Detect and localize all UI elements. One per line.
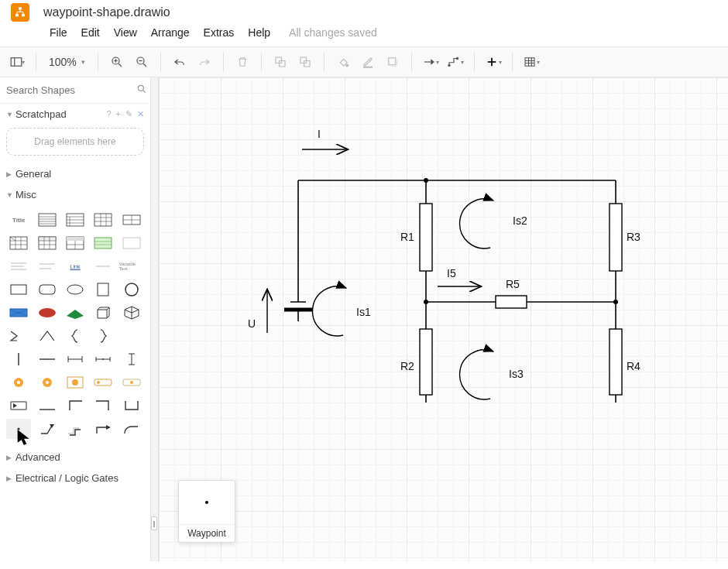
search-input[interactable] [6, 84, 136, 96]
scratchpad-help-icon[interactable]: ? [106, 109, 111, 119]
sidebar-toggle-button[interactable]: ▾ [6, 51, 28, 73]
shape-label-2[interactable] [119, 372, 144, 392]
menu-bar: File Edit View Arrange Extras Help All c… [0, 22, 728, 46]
shape-curve-1[interactable] [119, 419, 144, 439]
label-Is2: Is2 [513, 214, 527, 227]
shape-header-table[interactable] [63, 233, 88, 253]
scratchpad-edit-icon[interactable]: ✎ [125, 109, 132, 119]
scratchpad-close-icon[interactable]: ✕ [137, 109, 144, 119]
svg-rect-13 [279, 61, 285, 67]
shape-bracket-tl[interactable] [63, 396, 88, 416]
chevron-right-icon: ▶ [6, 170, 14, 178]
svg-point-99 [46, 381, 49, 384]
shape-step-2[interactable] [91, 419, 115, 439]
zoom-in-button[interactable] [106, 51, 128, 73]
shape-vline[interactable] [6, 349, 31, 369]
line-color-button[interactable] [357, 51, 379, 73]
table-button[interactable]: ▾ [520, 51, 542, 73]
scratchpad-add-icon[interactable]: + [116, 109, 121, 119]
shape-step-1[interactable] [63, 419, 88, 439]
shape-dim-2[interactable] [91, 349, 115, 369]
shape-text-2[interactable] [34, 256, 59, 276]
shape-isocube[interactable] [119, 303, 144, 323]
shape-rectangle[interactable] [6, 279, 31, 300]
app-logo[interactable] [11, 3, 29, 22]
shape-brace-right[interactable] [91, 326, 115, 346]
scratchpad-header[interactable]: ▼ Scratchpad ? + ✎ ✕ [0, 104, 150, 125]
file-title[interactable]: waypoint-shape.drawio [43, 5, 170, 19]
to-front-button[interactable] [270, 51, 291, 73]
shape-table-1[interactable] [91, 210, 115, 230]
insert-button[interactable]: ▾ [482, 51, 504, 73]
menu-arrange[interactable]: Arrange [151, 26, 190, 39]
shape-zigzag-1[interactable] [6, 326, 31, 346]
chevron-down-icon: ▼ [6, 111, 14, 118]
menu-help[interactable]: Help [248, 26, 270, 39]
shape-cross-table-1[interactable] [6, 233, 31, 253]
label-R5: R5 [506, 278, 520, 290]
shape-text-3[interactable] [91, 256, 115, 276]
shape-title-text[interactable]: Title [6, 210, 31, 230]
shape-text-1[interactable] [6, 256, 31, 276]
shape-numbered-list[interactable] [63, 210, 88, 230]
section-advanced[interactable]: ▶ Advanced [0, 447, 150, 468]
label-R1: R1 [400, 231, 414, 243]
canvas[interactable]: I U R1 R3 R5 R2 R4 I5 [151, 77, 728, 561]
shape-play-rect[interactable] [6, 396, 31, 416]
shape-floor-line[interactable] [34, 396, 59, 416]
shape-ibeam[interactable] [119, 349, 144, 369]
label-Is1: Is1 [356, 306, 371, 318]
search-icon[interactable] [136, 84, 147, 97]
shape-empty[interactable] [119, 326, 144, 346]
menu-edit[interactable]: Edit [81, 26, 100, 39]
shadow-button[interactable] [382, 51, 403, 73]
shape-hook-1[interactable] [34, 419, 59, 439]
fill-color-button[interactable] [332, 51, 354, 73]
shape-red-ellipse[interactable] [34, 303, 59, 323]
shape-green-table[interactable] [91, 233, 115, 253]
shape-green-floor[interactable] [63, 303, 88, 323]
shape-gear-1[interactable] [6, 372, 31, 392]
shape-square[interactable] [91, 279, 115, 300]
shape-blue-fill[interactable] [6, 303, 31, 323]
shape-zigzag-2[interactable] [34, 326, 59, 346]
shape-dim-1[interactable] [63, 349, 88, 369]
shape-cross-table-2[interactable] [34, 233, 59, 253]
shape-link[interactable]: Link [63, 256, 88, 276]
to-back-button[interactable] [294, 51, 316, 73]
diagram[interactable]: I U R1 R3 R5 R2 R4 I5 [151, 77, 728, 561]
delete-button[interactable] [232, 51, 253, 73]
shape-bracket-tr[interactable] [91, 396, 115, 416]
section-electrical[interactable]: ▶ Electrical / Logic Gates [0, 468, 150, 488]
shape-circle[interactable] [119, 279, 144, 300]
shape-bracket-u[interactable] [119, 396, 144, 416]
connection-button[interactable]: ▾ [420, 51, 441, 73]
shape-waypoint[interactable] [6, 419, 31, 439]
menu-view[interactable]: View [114, 26, 137, 39]
shape-list[interactable] [34, 210, 59, 230]
section-general[interactable]: ▶ General [0, 163, 150, 184]
splitter-handle[interactable]: ‖ [151, 516, 157, 530]
shape-gear-boxed[interactable] [63, 372, 88, 392]
shape-rounded-rect[interactable] [34, 279, 59, 300]
shape-gear-2[interactable] [34, 372, 59, 392]
shape-table-2[interactable] [119, 210, 144, 230]
shape-empty-box[interactable] [119, 233, 144, 253]
scratchpad-dropzone[interactable]: Drag elements here [6, 128, 144, 156]
redo-button[interactable] [194, 51, 215, 73]
shape-hline[interactable] [34, 349, 59, 369]
waypoints-button[interactable]: ▾ [445, 51, 466, 73]
svg-rect-2 [22, 14, 25, 16]
section-misc[interactable]: ▼ Misc [0, 184, 150, 205]
shape-ellipse[interactable] [63, 279, 88, 300]
shape-label-1[interactable] [91, 372, 115, 392]
menu-file[interactable]: File [50, 26, 67, 39]
zoom-out-button[interactable] [131, 51, 153, 73]
shape-brace-left[interactable] [63, 326, 88, 346]
zoom-control[interactable]: 100%▾ [44, 56, 90, 68]
shape-cube[interactable] [91, 303, 115, 323]
shape-variable-text[interactable]: Variable Text [119, 256, 144, 276]
undo-button[interactable] [169, 51, 191, 73]
svg-rect-119 [610, 204, 622, 271]
menu-extras[interactable]: Extras [204, 26, 235, 39]
